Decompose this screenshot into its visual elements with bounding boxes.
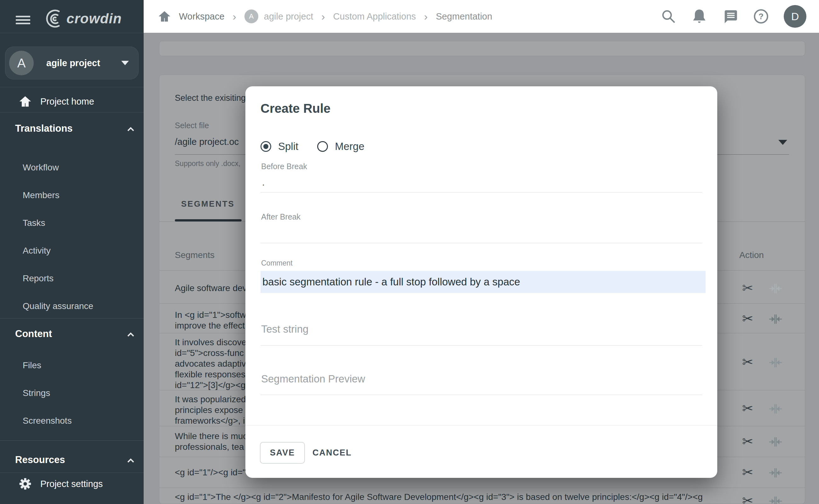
notifications-bell-icon[interactable]	[691, 8, 707, 25]
home-icon[interactable]	[157, 9, 171, 23]
test-string-input[interactable]: Test string	[261, 323, 308, 335]
sidebar-item-label: Project home	[40, 96, 94, 107]
sidebar-item-label: Project settings	[40, 479, 103, 489]
breadcrumb-segmentation: Segmentation	[436, 11, 492, 22]
sidebar-item-screenshots[interactable]: Screenshots	[23, 416, 72, 426]
chevron-right-icon: ›	[321, 10, 325, 23]
messages-icon[interactable]	[722, 8, 738, 25]
sidebar-item-workflow[interactable]: Workflow	[23, 163, 59, 173]
comment-input[interactable]: basic segmentation rule - a full stop fo…	[261, 271, 706, 293]
comment-label: Comment	[261, 259, 293, 267]
after-break-label: After Break	[261, 212, 301, 221]
sidebar-section-translations[interactable]: Translations	[15, 123, 73, 134]
split-radio[interactable]	[261, 141, 271, 152]
breadcrumb-custom-applications[interactable]: Custom Applications	[333, 11, 416, 22]
split-radio-label[interactable]: Split	[278, 140, 298, 152]
svg-text:?: ?	[759, 12, 764, 21]
user-avatar[interactable]: D	[784, 5, 806, 28]
sidebar-item-members[interactable]: Members	[23, 190, 60, 200]
search-icon[interactable]	[660, 8, 677, 25]
segmentation-preview-underline	[261, 395, 702, 395]
chevron-right-icon: ›	[424, 10, 427, 23]
crowdin-logo[interactable]: crowdin	[39, 9, 122, 28]
after-break-underline	[261, 243, 702, 243]
dialog-footer-divider	[245, 425, 717, 426]
project-selector-name: agile project	[46, 58, 121, 68]
sidebar-item-strings[interactable]: Strings	[23, 388, 50, 398]
sidebar-item-files[interactable]: Files	[23, 360, 41, 370]
sidebar-item-project-settings[interactable]: Project settings	[0, 474, 144, 493]
breadcrumb-workspace[interactable]: Workspace	[179, 11, 225, 22]
help-icon[interactable]: ?	[753, 8, 769, 25]
sidebar: crowdin A agile project Project home Tra…	[0, 0, 144, 504]
project-selector[interactable]: A agile project	[5, 47, 139, 79]
chevron-right-icon: ›	[233, 10, 236, 23]
breadcrumb-project[interactable]: agile project	[264, 11, 313, 22]
cancel-button[interactable]: CANCEL	[312, 442, 352, 464]
comment-value: basic segmentation rule - a full stop fo…	[262, 276, 520, 288]
project-selector-avatar: A	[9, 51, 34, 75]
home-icon	[18, 95, 32, 108]
rule-type-radio-group: Split Merge	[261, 139, 383, 154]
sidebar-item-quality-assurance[interactable]: Quality assurance	[23, 301, 93, 311]
sidebar-item-tasks[interactable]: Tasks	[23, 218, 45, 228]
before-break-underline	[261, 192, 702, 192]
gear-icon	[18, 477, 32, 491]
merge-radio-label[interactable]: Merge	[335, 140, 364, 152]
test-string-underline	[261, 345, 702, 346]
segmentation-preview-input[interactable]: Segmentation Preview	[261, 373, 365, 385]
crowdin-logo-mark	[39, 9, 66, 28]
app: Select the exisiting Select file /agile …	[0, 0, 819, 504]
sidebar-item-activity[interactable]: Activity	[23, 246, 51, 256]
top-bar: Workspace › A agile project › Custom App…	[144, 0, 819, 33]
before-break-input[interactable]: .	[262, 177, 265, 188]
merge-radio[interactable]	[317, 141, 328, 152]
sidebar-item-reports[interactable]: Reports	[23, 273, 54, 283]
dialog-title: Create Rule	[261, 101, 330, 116]
chevron-up-icon[interactable]	[125, 124, 136, 135]
sidebar-section-content[interactable]: Content	[15, 328, 52, 340]
crowdin-logo-text: crowdin	[66, 11, 122, 26]
menu-icon[interactable]	[16, 16, 30, 25]
chevron-down-icon	[121, 61, 129, 65]
chevron-up-icon[interactable]	[125, 329, 136, 340]
before-break-label: Before Break	[261, 162, 307, 171]
project-avatar: A	[244, 9, 258, 23]
create-rule-dialog: Create Rule Split Merge Before Break . A…	[245, 86, 717, 478]
breadcrumb: Workspace › A agile project › Custom App…	[157, 0, 492, 33]
sidebar-section-resources[interactable]: Resources	[15, 454, 65, 466]
sidebar-item-project-home[interactable]: Project home	[0, 92, 144, 111]
chevron-up-icon[interactable]	[125, 455, 136, 466]
save-button[interactable]: SAVE	[260, 442, 305, 464]
